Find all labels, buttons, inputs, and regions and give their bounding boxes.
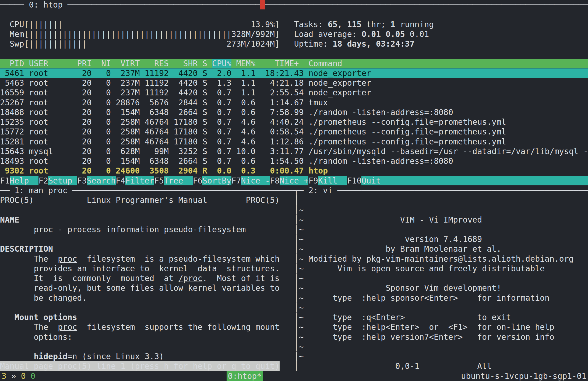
pane-divider: │ bbox=[294, 313, 299, 322]
process-command: ./prometheus --config.file=prometheus.ym… bbox=[309, 117, 506, 127]
pane-divider: │ bbox=[294, 283, 299, 293]
fkey-f5-label[interactable]: Tree bbox=[164, 176, 193, 185]
fkey-f10-key: F10 bbox=[347, 176, 362, 185]
meter-bars: |||| bbox=[96, 29, 116, 39]
vim-ruler-position: 0,0-1 bbox=[395, 361, 420, 371]
meter-bars: |||||||||||||| bbox=[29, 29, 96, 39]
process-row-18493[interactable]: 18493 root 20 0 154M 6348 2664 S 0.7 0.6… bbox=[0, 156, 588, 166]
man-desc-line-1: The proc filesystem is a pseudo-filesyst… bbox=[0, 254, 588, 264]
pane-divider: │ bbox=[294, 352, 299, 361]
htop-fkey-bar[interactable]: F1Help F2Setup F3SearchF4FilterF5Tree F6… bbox=[0, 176, 588, 186]
blank-row bbox=[0, 10, 588, 19]
fkey-f3-key: F3 bbox=[77, 176, 87, 185]
process-command: ./prometheus --config.file=prometheus.ym… bbox=[309, 127, 506, 136]
pane-divider: │ bbox=[294, 195, 299, 205]
process-command: htop bbox=[309, 166, 328, 175]
fkey-f6-label[interactable]: SortBy bbox=[202, 176, 231, 185]
fkey-f8-label[interactable]: Nice + bbox=[280, 176, 308, 185]
man-mount-line-2: options: │~ type :help version7<Enter> f… bbox=[0, 332, 588, 342]
process-row-9302[interactable]: 9302 root 20 0 24600 3508 2904 R 0.0 0.3… bbox=[0, 166, 588, 176]
pane-divider: │ bbox=[294, 225, 299, 234]
pane-title-man: 1: man proc bbox=[10, 186, 72, 195]
meter-bars: |||||||||||| bbox=[29, 39, 87, 49]
vim-tilde-line: │~ bbox=[0, 342, 588, 352]
meter-value: 13.9% bbox=[251, 20, 275, 29]
process-command: ./prometheus --config.file=prometheus.ym… bbox=[309, 137, 506, 146]
fkey-f7-key: F7 bbox=[231, 176, 241, 185]
meter-label-mem: Mem bbox=[10, 29, 24, 39]
process-command: node_exporter bbox=[309, 68, 371, 78]
fkey-f3-label[interactable]: Search bbox=[87, 176, 115, 185]
fkey-f4-label[interactable]: Filter bbox=[125, 176, 154, 185]
tmux-status-bar: 3»00 0:htop* ubuntu-s-1vcpu-1gb-sgp1-01 bbox=[0, 371, 588, 381]
man-mount-options-heading: Mount options │~ type :q<Enter> to exit bbox=[0, 313, 588, 322]
vim-tilde-line: │~ bbox=[0, 205, 588, 215]
process-row-15643[interactable]: 15643 mysql 20 0 628M 99M 3252 S 0.7 10.… bbox=[0, 147, 588, 156]
blank-row bbox=[0, 49, 588, 58]
vim-ruler-scroll: All bbox=[477, 361, 492, 371]
process-command: tmux bbox=[309, 98, 328, 107]
pane-divider: │ bbox=[294, 205, 299, 214]
pane-title-htop: 0: htop bbox=[29, 0, 62, 9]
meter-value: 328M/992M bbox=[231, 29, 275, 39]
man-name-text: proc - process information pseudo-filesy… bbox=[0, 225, 588, 234]
fkey-f8-key: F8 bbox=[270, 176, 280, 185]
fkey-f9-key: F9 bbox=[308, 176, 318, 185]
pane-divider: │ bbox=[294, 322, 299, 332]
process-row-18488[interactable]: 18488 root 20 0 154M 6348 2664 S 0.7 0.6… bbox=[0, 108, 588, 117]
process-row-15235[interactable]: 15235 root 20 0 258M 46764 17180 S 0.7 4… bbox=[0, 117, 588, 127]
pane-divider: │ bbox=[294, 361, 299, 371]
process-row-15772[interactable]: 15772 root 20 0 258M 46764 17180 S 0.7 4… bbox=[0, 127, 588, 137]
man-mount-line-1: The proc filesystem supports the followi… bbox=[0, 322, 588, 332]
man-pager-status-line: Manual page proc(5) line 1 (press h for … bbox=[0, 361, 588, 371]
process-table-header[interactable]: PID USER PRI NI VIRT RES SHR S CPU% MEM%… bbox=[0, 59, 588, 68]
meter-bars: ||||||| bbox=[29, 20, 62, 29]
process-command: /usr/sbin/mysqld --basedir=/usr --datadi… bbox=[309, 147, 588, 156]
tmux-window-tab[interactable]: 0:htop* bbox=[227, 371, 263, 381]
pane-border-middle: ── 1: man proc ─────────────────────────… bbox=[0, 186, 588, 195]
pane-title-vi: 2: vi bbox=[304, 186, 337, 195]
sort-column-header: CPU% bbox=[212, 59, 231, 68]
process-row-25267[interactable]: 25267 root 20 0 28876 5676 2844 S 0.7 0.… bbox=[0, 98, 588, 108]
man-title-line: PROC(5) Linux Programmer's Manual PROC(5… bbox=[0, 195, 588, 205]
meter-label-swp: Swp bbox=[10, 39, 24, 49]
pane-divider: │ bbox=[294, 234, 299, 244]
man-desc-line-4: read-only, but some files allow kernel v… bbox=[0, 283, 588, 293]
fkey-f4-key: F4 bbox=[116, 176, 125, 185]
fkey-f10-label[interactable]: Quit bbox=[361, 176, 588, 185]
process-command: node_exporter bbox=[309, 78, 371, 88]
man-desc-line-2: provides an interface to kernel data str… bbox=[0, 264, 588, 273]
man-description-heading: DESCRIPTION │~ by Bram Moolenaar et al. bbox=[0, 244, 588, 254]
pane-divider: │ bbox=[294, 273, 299, 283]
meter-bars: |||||||||||||||||||||||| bbox=[116, 29, 231, 39]
pane-divider: │ bbox=[294, 215, 299, 224]
pane-divider: │ bbox=[294, 264, 299, 273]
vim-version-line: │~ version 7.4.1689 bbox=[0, 234, 588, 244]
pane-divider: │ bbox=[294, 332, 299, 342]
meter-value: 273M/1024M bbox=[227, 39, 275, 49]
man-hidepid-line: hidepid=n (since Linux 3.3) │~ bbox=[0, 352, 588, 361]
process-command: ./random -listen-address=:8080 bbox=[309, 108, 453, 117]
process-row-5463[interactable]: 5463 root 20 0 237M 11192 4420 S 1.3 1.1… bbox=[0, 78, 588, 88]
meter-label-cpu: CPU bbox=[10, 20, 24, 29]
pane-index: 0 bbox=[30, 371, 35, 381]
terminal-screen: ───── 0: htop ──────────────────────────… bbox=[0, 0, 588, 381]
process-command: ./random -listen-address=:8080 bbox=[309, 156, 453, 166]
hostname: ubuntu-s-1vcpu-1gb-sgp1-01 bbox=[461, 371, 586, 381]
fkey-f5-key: F5 bbox=[154, 176, 164, 185]
fkey-f1-label[interactable]: Help bbox=[10, 176, 38, 185]
htop-meter-mem: Mem[||||||||||||||||||||||||||||||||||||… bbox=[0, 29, 588, 39]
pane-divider: │ bbox=[294, 342, 299, 351]
terminal-rows: ───── 0: htop ──────────────────────────… bbox=[0, 0, 588, 371]
process-row-5461[interactable]: 5461 root 20 0 237M 11192 4420 S 2.0 1.1… bbox=[0, 68, 588, 78]
process-row-16559[interactable]: 16559 root 20 0 237M 11192 4420 S 0.7 1.… bbox=[0, 88, 588, 98]
process-command: node_exporter bbox=[309, 88, 371, 97]
fkey-f9-label[interactable]: Kill bbox=[318, 176, 347, 185]
window-index: 0 bbox=[21, 371, 26, 381]
fkey-f2-label[interactable]: Setup bbox=[48, 176, 77, 185]
fkey-f2-key: F2 bbox=[38, 176, 48, 185]
man-name-heading: NAME │~ VIM - Vi IMproved bbox=[0, 215, 588, 225]
process-row-15281[interactable]: 15281 root 20 0 258M 46764 17180 S 0.7 4… bbox=[0, 137, 588, 147]
pane-divider: │ bbox=[294, 244, 299, 254]
fkey-f7-label[interactable]: Nice - bbox=[241, 176, 270, 185]
